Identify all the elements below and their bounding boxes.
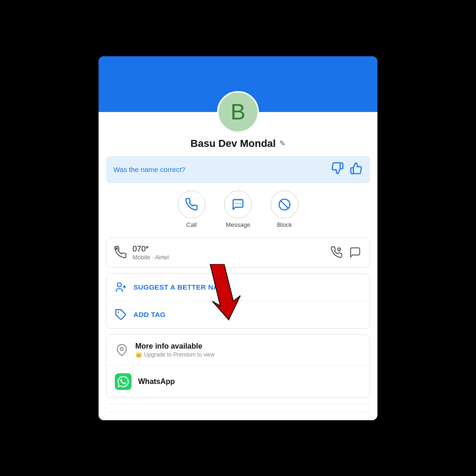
add-tag-item[interactable]: ADD TAG [106, 301, 370, 328]
phone-call-icon[interactable]: 2 [330, 245, 344, 259]
verify-icons [331, 162, 363, 178]
more-info-title: More info available [135, 342, 214, 350]
crown-icon: 👑 [135, 351, 142, 358]
call-icon-circle [178, 191, 205, 218]
more-info-text: More info available 👑 Upgrade to Premium… [135, 342, 214, 358]
whatsapp-icon [115, 373, 132, 390]
phone-left: 070* Mobile · Airtel [114, 245, 169, 261]
contact-name-row: Basu Dev Mondal ✎ [99, 138, 377, 150]
svg-text:2: 2 [338, 248, 340, 251]
phone-number-icon [114, 246, 127, 259]
edit-icon[interactable]: ✎ [279, 139, 285, 148]
thumbs-up-icon[interactable] [350, 162, 363, 178]
whatsapp-item[interactable]: WhatsApp [106, 366, 370, 397]
svg-point-2 [240, 203, 241, 204]
phone-meta: Mobile · Airtel [132, 254, 169, 261]
block-button[interactable]: Block [271, 191, 298, 228]
svg-rect-5 [116, 248, 118, 250]
whatsapp-label: WhatsApp [138, 377, 175, 386]
svg-point-13 [120, 347, 124, 350]
tag-icon [115, 309, 127, 321]
svg-line-4 [281, 200, 288, 208]
bottom-partial-card [106, 403, 370, 413]
name-verify-text: Was the name correct? [113, 165, 185, 173]
phone-details: 070* Mobile · Airtel [132, 245, 169, 261]
more-info-subtitle: 👑 Upgrade to Premium to view [135, 351, 214, 358]
block-icon-circle [271, 191, 298, 218]
more-info-item[interactable]: More info available 👑 Upgrade to Premium… [106, 335, 370, 366]
name-verify-banner: Was the name correct? [106, 156, 370, 183]
suggest-tag-card: SUGGEST A BETTER NAME ADD TAG [106, 273, 370, 329]
info-extra-card: More info available 👑 Upgrade to Premium… [106, 334, 370, 398]
message-button[interactable]: Message [224, 191, 252, 228]
location-icon [115, 343, 129, 357]
svg-point-1 [238, 203, 238, 204]
contact-name: Basu Dev Mondal [191, 138, 276, 150]
add-tag-label: ADD TAG [133, 311, 165, 318]
suggest-name-label: SUGGEST A BETTER NAME [133, 283, 229, 291]
phone-row: 070* Mobile · Airtel 2 [106, 238, 370, 267]
suggest-icon [115, 281, 127, 293]
message-icon-circle [224, 191, 252, 218]
avatar: B [217, 91, 259, 133]
phone-container: B Basu Dev Mondal ✎ Was the name correct… [99, 56, 377, 420]
suggest-name-item[interactable]: SUGGEST A BETTER NAME [106, 274, 370, 301]
svg-point-8 [117, 283, 121, 287]
call-button[interactable]: Call [178, 191, 205, 228]
call-label: Call [186, 221, 197, 228]
cards-wrapper: SUGGEST A BETTER NAME ADD TAG [99, 273, 377, 329]
phone-row-actions: 2 [330, 245, 362, 259]
message-label: Message [226, 221, 251, 228]
header-bar: B [99, 56, 377, 112]
thumbs-down-icon[interactable] [331, 162, 344, 178]
phone-number-card: 070* Mobile · Airtel 2 [106, 238, 370, 268]
content-area: Basu Dev Mondal ✎ Was the name correct? [99, 112, 377, 420]
svg-point-0 [235, 203, 236, 204]
phone-message-icon[interactable] [348, 245, 362, 259]
block-label: Block [277, 221, 292, 228]
phone-number: 070* [132, 245, 169, 254]
action-buttons: Call Message [99, 191, 377, 228]
